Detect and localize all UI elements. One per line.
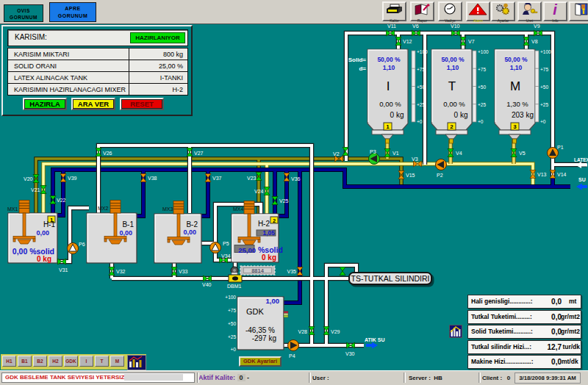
svg-text:1,05: 1,05 xyxy=(262,229,275,237)
svg-text:0,00 %: 0,00 % xyxy=(443,100,465,108)
svg-text:T: T xyxy=(448,79,456,93)
svg-text:ATIK SU: ATIK SU xyxy=(365,337,384,342)
svg-text:50,00 %: 50,00 % xyxy=(441,56,465,63)
svg-text:V36: V36 xyxy=(291,176,301,181)
svg-text:1,00: 1,00 xyxy=(266,297,280,305)
svg-text:V20: V20 xyxy=(24,176,33,181)
svg-text:MX3: MX3 xyxy=(162,206,173,212)
svg-text:203 kg: 203 kg xyxy=(512,111,534,119)
svg-text:H-1: H-1 xyxy=(43,220,56,229)
svg-text:DBM1: DBM1 xyxy=(227,284,242,289)
svg-text:V35: V35 xyxy=(287,269,297,274)
svg-text:+50: +50 xyxy=(228,321,236,326)
svg-text:50,00 %: 50,00 % xyxy=(377,56,401,63)
svg-text:V32: V32 xyxy=(116,269,126,274)
svg-text:V33: V33 xyxy=(179,269,188,274)
svg-text:LATEX: LATEX xyxy=(574,157,588,162)
svg-text:V40: V40 xyxy=(202,282,212,287)
svg-text:8814: 8814 xyxy=(251,267,265,274)
svg-text:V1: V1 xyxy=(392,151,399,156)
svg-text:V15: V15 xyxy=(406,173,415,178)
svg-text:2: 2 xyxy=(450,123,453,130)
svg-text:B-2: B-2 xyxy=(186,220,198,229)
svg-text:V34: V34 xyxy=(221,253,231,259)
svg-text:V26: V26 xyxy=(103,151,112,156)
svg-text:V22: V22 xyxy=(57,198,66,203)
svg-text:V10: V10 xyxy=(451,24,460,29)
svg-text:+25: +25 xyxy=(228,334,236,339)
svg-text:P4: P4 xyxy=(289,353,295,359)
svg-text:V12: V12 xyxy=(403,39,412,44)
svg-text:P5: P5 xyxy=(223,241,229,246)
svg-text:V27: V27 xyxy=(194,151,204,156)
svg-text:0 kg: 0 kg xyxy=(262,253,276,262)
svg-text:V29: V29 xyxy=(331,329,340,334)
svg-text:H-2: H-2 xyxy=(258,220,270,228)
svg-text:V25: V25 xyxy=(279,198,289,204)
svg-text:+75: +75 xyxy=(228,308,236,313)
svg-text:M: M xyxy=(510,79,520,93)
svg-text:3: 3 xyxy=(513,123,517,130)
svg-text:P1: P1 xyxy=(557,145,564,150)
svg-text:0 kg: 0 kg xyxy=(37,255,51,263)
svg-text:GDK: GDK xyxy=(246,307,265,316)
svg-text:25,00: 25,00 xyxy=(238,246,256,254)
svg-text:1,10: 1,10 xyxy=(447,64,459,71)
svg-text:2: 2 xyxy=(273,217,276,224)
svg-text:V38: V38 xyxy=(148,176,157,181)
svg-text:I: I xyxy=(387,79,390,93)
svg-text:0 kg: 0 kg xyxy=(390,111,404,119)
svg-text:V14: V14 xyxy=(557,172,567,177)
svg-text:i: i xyxy=(553,3,557,16)
svg-text:V8: V8 xyxy=(531,39,538,44)
svg-text:V5: V5 xyxy=(519,151,526,156)
svg-text:50,00 %: 50,00 % xyxy=(504,56,528,63)
svg-text:V2: V2 xyxy=(333,151,340,156)
svg-text:P6: P6 xyxy=(79,242,85,247)
svg-text:MX4: MX4 xyxy=(233,206,244,212)
svg-text:V24: V24 xyxy=(254,189,264,194)
svg-text:V30: V30 xyxy=(345,351,355,356)
svg-text:V23: V23 xyxy=(247,176,257,181)
svg-text:1,10: 1,10 xyxy=(510,64,523,71)
svg-text:V13: V13 xyxy=(537,172,547,177)
svg-text:V31: V31 xyxy=(59,267,68,273)
svg-text:1: 1 xyxy=(386,123,390,130)
svg-text:V9: V9 xyxy=(534,24,540,29)
svg-text:0 kg: 0 kg xyxy=(454,111,468,119)
svg-text:MX1: MX1 xyxy=(7,206,18,212)
svg-text:0,00: 0,00 xyxy=(36,229,49,237)
svg-text:P3: P3 xyxy=(370,149,376,154)
svg-text:MX2: MX2 xyxy=(98,206,109,211)
svg-text:-297 kg: -297 kg xyxy=(252,334,276,342)
svg-text:V6: V6 xyxy=(412,24,419,29)
svg-text:+0: +0 xyxy=(231,347,237,352)
svg-text:0,00 %: 0,00 % xyxy=(379,100,401,108)
svg-text:P2: P2 xyxy=(437,173,443,178)
svg-text:d=: d= xyxy=(359,65,366,72)
svg-text:V39: V39 xyxy=(68,176,77,181)
svg-text:SU: SU xyxy=(578,177,586,182)
svg-text:V21: V21 xyxy=(31,187,40,192)
svg-text:V28: V28 xyxy=(298,329,308,334)
svg-text:0,00: 0,00 xyxy=(119,229,132,237)
svg-text:V37: V37 xyxy=(212,176,222,181)
svg-text:V3: V3 xyxy=(412,156,418,162)
svg-text:-46,35 %: -46,35 % xyxy=(245,326,275,334)
svg-text:%solid: %solid xyxy=(258,245,283,254)
svg-text:V7: V7 xyxy=(468,39,475,44)
svg-text:Solid=: Solid= xyxy=(348,57,367,63)
svg-text:V4: V4 xyxy=(456,151,462,156)
svg-text:V11: V11 xyxy=(387,24,396,29)
svg-text:1,30 %: 1,30 % xyxy=(506,100,528,108)
svg-text:0,00: 0,00 xyxy=(183,229,196,236)
svg-text:1,10: 1,10 xyxy=(383,64,395,71)
svg-text:B-1: B-1 xyxy=(122,220,134,229)
svg-text:+100: +100 xyxy=(225,295,236,300)
